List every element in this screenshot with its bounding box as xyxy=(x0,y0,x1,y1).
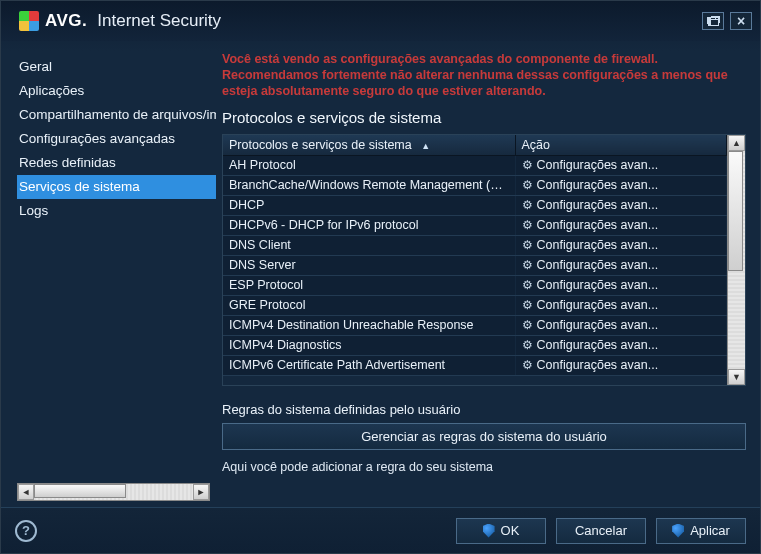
column-header-label: Ação xyxy=(522,138,551,152)
protocol-cell: ICMPv4 Diagnostics xyxy=(223,336,515,356)
table-row[interactable]: DHCP⚙Configurações avan... xyxy=(223,196,727,216)
protocol-cell: DHCPv6 - DHCP for IPv6 protocol xyxy=(223,216,515,236)
main-panel: Você está vendo as configurações avançad… xyxy=(216,41,760,507)
gear-icon: ⚙ xyxy=(522,318,533,332)
protocol-cell: AH Protocol xyxy=(223,156,515,176)
sidebar-item-advanced-settings[interactable]: Configurações avançadas xyxy=(17,127,216,151)
action-cell[interactable]: ⚙Configurações avan... xyxy=(515,276,726,296)
action-cell[interactable]: ⚙Configurações avan... xyxy=(515,356,726,376)
gear-icon: ⚙ xyxy=(522,358,533,372)
action-cell[interactable]: ⚙Configurações avan... xyxy=(515,176,726,196)
scroll-thumb[interactable] xyxy=(34,484,126,498)
action-cell[interactable]: ⚙Configurações avan... xyxy=(515,336,726,356)
action-cell[interactable]: ⚙Configurações avan... xyxy=(515,196,726,216)
add-rule-hint: Aqui você pode adicionar a regra do seu … xyxy=(222,460,746,474)
sidebar-item-file-sharing[interactable]: Compartilhamento de arquivos/imp xyxy=(17,103,216,127)
button-label: Cancelar xyxy=(575,523,627,538)
close-window-button[interactable]: × xyxy=(730,12,752,30)
gear-icon: ⚙ xyxy=(522,278,533,292)
brand-avg: AVG. xyxy=(45,11,87,31)
action-label: Configurações avan... xyxy=(537,298,659,312)
sidebar-item-defined-networks[interactable]: Redes definidas xyxy=(17,151,216,175)
sidebar-horizontal-scrollbar[interactable]: ◄ ► xyxy=(17,483,210,501)
section-title: Protocolos e serviços de sistema xyxy=(222,109,746,126)
table-row[interactable]: AH Protocol⚙Configurações avan... xyxy=(223,156,727,176)
table-row[interactable]: ICMPv6 Certificate Path Advertisement⚙Co… xyxy=(223,356,727,376)
gear-icon: ⚙ xyxy=(522,178,533,192)
sidebar-item-general[interactable]: Geral xyxy=(17,55,216,79)
table-row[interactable]: GRE Protocol⚙Configurações avan... xyxy=(223,296,727,316)
sidebar-item-label: Compartilhamento de arquivos/imp xyxy=(19,107,216,122)
gear-icon: ⚙ xyxy=(522,198,533,212)
sidebar: Geral Aplicações Compartilhamento de arq… xyxy=(1,41,216,507)
sort-ascending-icon: ▲ xyxy=(421,141,430,151)
scroll-track[interactable] xyxy=(728,151,745,369)
firewall-warning-text: Você está vendo as configurações avançad… xyxy=(222,51,746,99)
shield-icon xyxy=(672,524,684,538)
sidebar-item-label: Configurações avançadas xyxy=(19,131,175,146)
protocols-table-container: Protocolos e serviços de sistema ▲ Ação … xyxy=(222,134,746,386)
scroll-thumb[interactable] xyxy=(728,151,743,271)
brand-product: Internet Security xyxy=(97,11,221,31)
sidebar-item-applications[interactable]: Aplicações xyxy=(17,79,216,103)
help-icon[interactable]: ? xyxy=(15,520,37,542)
user-rules-section: Regras do sistema definidas pelo usuário… xyxy=(222,402,746,450)
scroll-right-icon[interactable]: ► xyxy=(193,484,209,500)
table-row[interactable]: ICMPv4 Destination Unreachable Response⚙… xyxy=(223,316,727,336)
ok-button[interactable]: OK xyxy=(456,518,546,544)
scroll-down-icon[interactable]: ▼ xyxy=(728,369,745,385)
scroll-up-icon[interactable]: ▲ xyxy=(728,135,745,151)
cancel-button[interactable]: Cancelar xyxy=(556,518,646,544)
action-label: Configurações avan... xyxy=(537,338,659,352)
table-row[interactable]: DHCPv6 - DHCP for IPv6 protocol⚙Configur… xyxy=(223,216,727,236)
sidebar-item-system-services[interactable]: Serviços de sistema xyxy=(17,175,216,199)
button-label: Aplicar xyxy=(690,523,730,538)
gear-icon: ⚙ xyxy=(522,338,533,352)
sidebar-item-logs[interactable]: Logs xyxy=(17,199,216,223)
protocol-cell: ESP Protocol xyxy=(223,276,515,296)
apply-button[interactable]: Aplicar xyxy=(656,518,746,544)
protocol-cell: ICMPv4 Destination Unreachable Response xyxy=(223,316,515,336)
action-cell[interactable]: ⚙Configurações avan... xyxy=(515,156,726,176)
user-rules-label: Regras do sistema definidas pelo usuário xyxy=(222,402,746,417)
button-label: OK xyxy=(501,523,520,538)
table-row[interactable]: DNS Client⚙Configurações avan... xyxy=(223,236,727,256)
restore-window-button[interactable] xyxy=(702,12,724,30)
action-label: Configurações avan... xyxy=(537,198,659,212)
sidebar-item-label: Logs xyxy=(19,203,48,218)
action-label: Configurações avan... xyxy=(537,318,659,332)
body: Geral Aplicações Compartilhamento de arq… xyxy=(1,41,760,507)
column-header-protocol[interactable]: Protocolos e serviços de sistema ▲ xyxy=(223,135,515,156)
gear-icon: ⚙ xyxy=(522,158,533,172)
scroll-left-icon[interactable]: ◄ xyxy=(18,484,34,500)
button-label: Gerenciar as regras do sistema do usuári… xyxy=(361,429,607,444)
protocols-table: Protocolos e serviços de sistema ▲ Ação … xyxy=(223,135,727,376)
manage-user-rules-button[interactable]: Gerenciar as regras do sistema do usuári… xyxy=(222,423,746,450)
action-cell[interactable]: ⚙Configurações avan... xyxy=(515,316,726,336)
sidebar-item-label: Aplicações xyxy=(19,83,84,98)
action-cell[interactable]: ⚙Configurações avan... xyxy=(515,296,726,316)
action-cell[interactable]: ⚙Configurações avan... xyxy=(515,216,726,236)
table-row[interactable]: DNS Server⚙Configurações avan... xyxy=(223,256,727,276)
column-header-label: Protocolos e serviços de sistema xyxy=(229,138,412,152)
scroll-track[interactable] xyxy=(34,484,193,500)
protocol-cell: BranchCache/Windows Remote Management (C… xyxy=(223,176,515,196)
protocol-cell: DNS Server xyxy=(223,256,515,276)
gear-icon: ⚙ xyxy=(522,218,533,232)
protocol-cell: GRE Protocol xyxy=(223,296,515,316)
action-cell[interactable]: ⚙Configurações avan... xyxy=(515,236,726,256)
table-vertical-scrollbar[interactable]: ▲ ▼ xyxy=(727,135,745,385)
table-row[interactable]: BranchCache/Windows Remote Management (C… xyxy=(223,176,727,196)
titlebar: AVG. Internet Security × xyxy=(1,1,760,41)
sidebar-item-label: Serviços de sistema xyxy=(19,179,140,194)
action-cell[interactable]: ⚙Configurações avan... xyxy=(515,256,726,276)
action-label: Configurações avan... xyxy=(537,258,659,272)
table-row[interactable]: ESP Protocol⚙Configurações avan... xyxy=(223,276,727,296)
column-header-action[interactable]: Ação xyxy=(515,135,726,156)
action-label: Configurações avan... xyxy=(537,178,659,192)
action-label: Configurações avan... xyxy=(537,158,659,172)
window-controls: × xyxy=(702,12,752,30)
table-row[interactable]: ICMPv4 Diagnostics⚙Configurações avan... xyxy=(223,336,727,356)
app-logo: AVG. Internet Security xyxy=(19,11,221,31)
gear-icon: ⚙ xyxy=(522,298,533,312)
